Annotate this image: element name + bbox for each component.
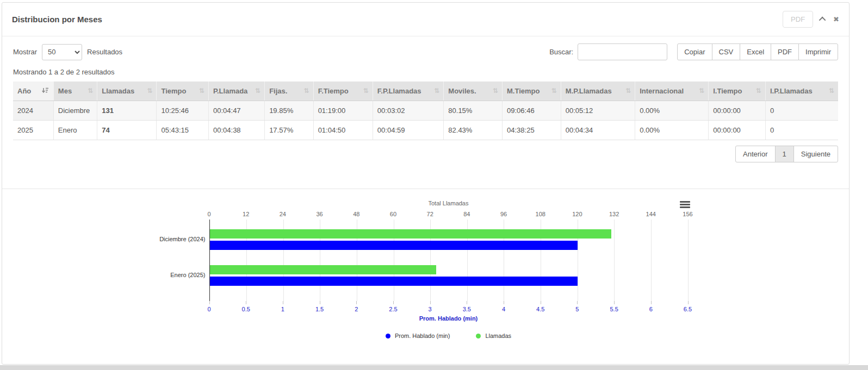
- cell-m-p-llamadas: 00:04:34: [561, 121, 635, 140]
- bottom-axis-tickmark: [393, 301, 394, 304]
- table-info: Mostrando 1 a 2 de 2 resultados: [2, 67, 849, 81]
- column-label: P.Llamada: [213, 87, 247, 95]
- sort-icon: ⇅: [434, 87, 439, 95]
- top-axis-tick: 48: [353, 211, 359, 217]
- bottom-axis-tickmark: [577, 301, 578, 304]
- cell-i-p-llamadas: 0: [765, 121, 838, 140]
- bottom-axis-tick: 4: [502, 306, 505, 312]
- bottom-axis-tickmark: [430, 301, 431, 304]
- sort-asc-icon: [42, 87, 49, 95]
- pdf-export-button[interactable]: PDF: [783, 11, 813, 28]
- cell-moviles: 80.15%: [444, 101, 503, 121]
- bottom-axis-tickmark: [651, 301, 652, 304]
- column-label: Año: [17, 87, 31, 95]
- pagination: Anterior 1 Siguiente: [2, 140, 849, 189]
- column-header-f-tiempo[interactable]: F.Tiempo⇅: [313, 81, 373, 101]
- cell-f-tiempo: 01:19:00: [313, 101, 373, 121]
- cell-llamadas: 74: [97, 121, 157, 140]
- sort-icon: ⇅: [756, 87, 761, 95]
- collapse-panel-icon[interactable]: [819, 17, 826, 24]
- top-axis-tick: 132: [609, 211, 619, 217]
- table-body: 2024Diciembre13110:25:4600:04:4719.85%01…: [13, 101, 838, 140]
- cell-m-tiempo: 09:06:46: [503, 101, 561, 121]
- column-label: Fijas.: [269, 87, 287, 95]
- legend-label: Llamadas: [485, 333, 511, 339]
- column-label: Tiempo: [161, 87, 186, 95]
- export-csv-button[interactable]: CSV: [712, 43, 741, 60]
- bottom-axis-tickmark: [688, 301, 689, 304]
- column-label: Mes: [58, 87, 72, 95]
- sort-icon: ⇅: [147, 87, 152, 95]
- close-panel-icon[interactable]: ✖: [833, 16, 839, 23]
- column-header-fijas[interactable]: Fijas.⇅: [265, 81, 314, 101]
- sort-icon: ⇅: [304, 87, 309, 95]
- export-copiar-button[interactable]: Copiar: [677, 43, 712, 60]
- cell-i-tiempo: 00:00:00: [709, 121, 766, 140]
- top-axis-tick: 24: [280, 211, 286, 217]
- legend-marker-icon: [476, 334, 481, 338]
- export-excel-button[interactable]: Excel: [740, 43, 771, 60]
- bottom-axis-tickmark: [614, 301, 615, 304]
- sort-icon: ⇅: [829, 87, 834, 95]
- column-header-a-o[interactable]: Año: [13, 81, 53, 101]
- table-row: 2024Diciembre13110:25:4600:04:4719.85%01…: [13, 101, 838, 121]
- cell-p-llamada: 00:04:38: [209, 121, 265, 140]
- column-header-moviles[interactable]: Moviles.⇅: [444, 81, 503, 101]
- cell-mes: Diciembre: [53, 101, 97, 121]
- bar-llamadas: [210, 265, 437, 274]
- column-header-mes[interactable]: Mes⇅: [53, 81, 97, 101]
- cell-llamadas: 131: [97, 101, 157, 121]
- sort-icon: ⇅: [255, 87, 260, 95]
- bottom-axis-tickmark: [356, 301, 357, 304]
- table-toolbar: Mostrar 50 Resultados Buscar: CopiarCSVE…: [2, 36, 849, 67]
- column-header-m-tiempo[interactable]: M.Tiempo⇅: [503, 81, 561, 101]
- search-input[interactable]: [578, 43, 667, 60]
- column-label: F.P.Llamadas: [377, 87, 421, 95]
- chart-bottom-axis: 00.511.522.533.544.555.566.5: [209, 301, 688, 315]
- legend-label: Prom. Hablado (min): [395, 333, 450, 339]
- cell-a-o: 2024: [13, 101, 53, 121]
- panel-header: Distribucion por Meses PDF ✖: [2, 3, 849, 36]
- bottom-axis-tickmark: [320, 301, 320, 304]
- cell-p-llamada: 00:04:47: [209, 101, 265, 121]
- column-header-i-tiempo[interactable]: I.Tiempo⇅: [709, 81, 766, 101]
- top-axis-tick: 0: [207, 211, 210, 217]
- cell-f-p-llamadas: 00:03:02: [373, 101, 443, 121]
- legend-item-prom-hablado-min[interactable]: Prom. Hablado (min): [386, 333, 450, 339]
- column-header-internacional[interactable]: Internacional⇅: [635, 81, 709, 101]
- bottom-axis-tick: 3: [429, 306, 432, 312]
- table-header-row: AñoMes⇅Llamadas⇅Tiempo⇅P.Llamada⇅Fijas.⇅…: [13, 81, 838, 101]
- top-axis-tick: 120: [572, 211, 582, 217]
- column-header-tiempo[interactable]: Tiempo⇅: [157, 81, 209, 101]
- page-title: Distribucion por Meses: [12, 15, 102, 24]
- legend-item-llamadas[interactable]: Llamadas: [476, 333, 511, 339]
- bottom-axis-tick: 2: [355, 306, 358, 312]
- cell-moviles: 82.43%: [444, 121, 503, 140]
- cell-a-o: 2025: [13, 121, 53, 140]
- export-pdf-button[interactable]: PDF: [771, 43, 799, 60]
- pagination-previous-button[interactable]: Anterior: [735, 146, 776, 162]
- pagination-next-button[interactable]: Siguiente: [793, 146, 838, 162]
- chart-legend: Prom. Hablado (min)Llamadas: [209, 333, 688, 339]
- bottom-axis-tickmark: [467, 301, 467, 304]
- column-header-m-p-llamadas[interactable]: M.P.Llamadas⇅: [561, 81, 635, 101]
- bottom-axis-tick: 3.5: [463, 306, 471, 312]
- distribucion-panel: Distribucion por Meses PDF ✖ Mostrar 50 …: [2, 2, 850, 365]
- page-length-select[interactable]: 50: [42, 44, 82, 60]
- column-header-p-llamada[interactable]: P.Llamada⇅: [209, 81, 265, 101]
- bottom-axis-tick: 0.5: [242, 306, 250, 312]
- pagination-page-1-button[interactable]: 1: [775, 146, 794, 162]
- column-header-i-p-llamadas[interactable]: I.P.Llamadas⇅: [765, 81, 838, 101]
- bar-chart: Total Llamadas 0122436486072849610812013…: [151, 200, 701, 339]
- bar-llamadas: [210, 229, 611, 239]
- column-header-f-p-llamadas[interactable]: F.P.Llamadas⇅: [373, 81, 443, 101]
- chart-top-axis-title: Total Llamadas: [209, 200, 688, 209]
- export-imprimir-button[interactable]: Imprimir: [798, 43, 838, 60]
- gridline: [688, 220, 689, 301]
- column-header-llamadas[interactable]: Llamadas⇅: [97, 81, 157, 101]
- bar-group-diciembre-2024: Diciembre (2024): [210, 229, 688, 250]
- sort-icon: ⇅: [625, 87, 630, 95]
- cell-fijas: 19.85%: [265, 101, 314, 121]
- bottom-axis-tick: 5: [575, 306, 579, 312]
- chart-menu-icon[interactable]: [680, 201, 690, 209]
